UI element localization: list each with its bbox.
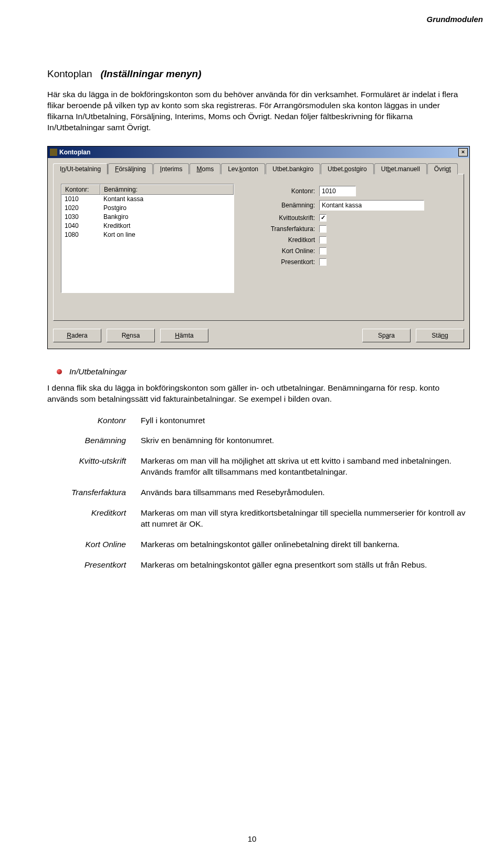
def-row: Kvitto-utskriftMarkeras om man vill ha m… <box>47 456 467 478</box>
def-desc: Markeras om man vill ha möjlighet att sk… <box>141 456 467 478</box>
app-icon <box>50 149 57 156</box>
spara-button[interactable]: Spara <box>362 329 411 342</box>
def-row: PresentkortMarkeras om betalningskontot … <box>47 560 467 571</box>
dialog-titlebar: Kontoplan × <box>48 146 469 158</box>
konto-listbox[interactable]: Kontonr: Benämning: 1010Kontant kassa 10… <box>61 184 234 293</box>
page-title: Kontoplan (Inställningar menyn) <box>47 68 467 80</box>
page-number: 10 <box>0 834 504 843</box>
kontoplan-dialog: Kontoplan × In/Ut-betalning Försäljning … <box>47 146 470 349</box>
def-row: Kort OnlineMarkeras om betalningskontot … <box>47 539 467 550</box>
tab-moms[interactable]: Moms <box>190 163 220 174</box>
def-row: BenämningSkriv en benämning för kontonum… <box>47 435 467 446</box>
tab-utbet-postgiro[interactable]: Utbet.postgiro <box>321 163 374 174</box>
tab-lev-konton[interactable]: Lev.konton <box>221 163 265 174</box>
kvittoutskrift-checkbox[interactable]: ✓ <box>319 214 327 222</box>
kvittoutskrift-label: Kvittoutskrift: <box>255 214 319 222</box>
kontonr-input[interactable]: 1010 <box>319 186 356 196</box>
list-row[interactable]: 1010Kontant kassa <box>61 195 234 204</box>
kortonline-checkbox[interactable] <box>319 247 327 255</box>
list-row[interactable]: 1040Kreditkort <box>61 222 234 231</box>
bullet-icon <box>57 369 62 374</box>
list-col-benamning[interactable]: Benämning: <box>100 184 234 195</box>
list-row[interactable]: 1030Bankgiro <box>61 213 234 222</box>
radera-button[interactable]: Radera <box>53 329 101 342</box>
hamta-button[interactable]: Hämta <box>160 329 208 342</box>
def-term: Transferfaktura <box>47 487 141 498</box>
section-heading-row: In/Utbetalningar <box>57 367 467 376</box>
tab-strip: In/Ut-betalning Försäljning Interims Mom… <box>53 163 464 174</box>
tab-interims[interactable]: Interims <box>153 163 190 174</box>
stang-button[interactable]: Stäng <box>416 329 464 342</box>
def-term: Presentkort <box>47 560 141 571</box>
presentkort-checkbox[interactable] <box>319 258 327 266</box>
tab-forsaljning[interactable]: Försäljning <box>108 163 153 174</box>
intro-paragraph: Här ska du lägga in de bokföringskonton … <box>47 89 467 133</box>
def-row: KontonrFyll i kontonumret <box>47 415 467 426</box>
field-definition-list: KontonrFyll i kontonumret BenämningSkriv… <box>47 415 467 571</box>
def-term: Kort Online <box>47 539 141 550</box>
title-menu-path: (Inställningar menyn) <box>100 68 201 79</box>
def-term: Kontonr <box>47 415 141 426</box>
benamning-label: Benämning: <box>255 202 319 209</box>
transferfaktura-label: Transferfaktura: <box>255 225 319 233</box>
close-button[interactable]: × <box>458 148 468 156</box>
def-desc: Markeras om betalningskontot gäller egna… <box>141 560 467 571</box>
tab-utbet-manuell[interactable]: Utbet.manuell <box>374 163 427 174</box>
def-desc: Markeras om betalningskontot gäller onli… <box>141 539 467 550</box>
kreditkort-label: Kreditkort <box>255 236 319 244</box>
def-desc: Skriv en benämning för kontonumret. <box>141 435 467 446</box>
title-main: Kontoplan <box>47 68 92 79</box>
presentkort-label: Presentkort: <box>255 258 319 266</box>
def-term: Kreditkort <box>47 508 141 530</box>
tab-pane-in-ut: Kontonr: Benämning: 1010Kontant kassa 10… <box>53 174 464 321</box>
benamning-input[interactable]: Kontant kassa <box>319 200 424 211</box>
section-heading: In/Utbetalningar <box>69 367 127 376</box>
list-col-kontonr[interactable]: Kontonr: <box>61 184 100 195</box>
dialog-title: Kontoplan <box>59 149 458 156</box>
def-row: KreditkortMarkeras om man vill styra kre… <box>47 508 467 530</box>
section-header: Grundmodulen <box>427 15 484 24</box>
tab-utbet-bankgiro[interactable]: Utbet.bankgiro <box>266 163 320 174</box>
def-term: Benämning <box>47 435 141 446</box>
list-row[interactable]: 1020Postgiro <box>61 204 234 213</box>
def-row: TransferfakturaAnvänds bara tillsammans … <box>47 487 467 498</box>
section-description: I denna flik ska du lägga in bokföringsk… <box>47 383 467 405</box>
rensa-button[interactable]: Rensa <box>107 329 155 342</box>
kreditkort-checkbox[interactable] <box>319 236 327 244</box>
def-term: Kvitto-utskrift <box>47 456 141 478</box>
list-row[interactable]: 1080Kort on line <box>61 231 234 239</box>
transferfaktura-checkbox[interactable] <box>319 225 327 233</box>
kortonline-label: Kort Online: <box>255 247 319 255</box>
tab-ovrigt[interactable]: Övrigt <box>427 163 458 174</box>
kontonr-label: Kontonr: <box>255 187 319 195</box>
tab-in-ut-betalning[interactable]: In/Ut-betalning <box>53 163 108 174</box>
def-desc: Fyll i kontonumret <box>141 415 467 426</box>
def-desc: Markeras om man vill styra kreditkortsbe… <box>141 508 467 530</box>
def-desc: Används bara tillsammans med Resebyråmod… <box>141 487 467 498</box>
